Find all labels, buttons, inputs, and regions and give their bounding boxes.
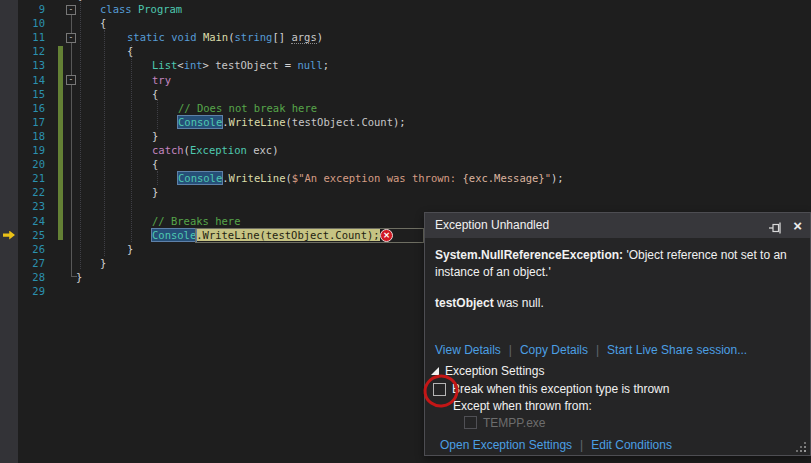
- code-text: {: [152, 157, 158, 171]
- token-kw: string: [235, 31, 273, 43]
- line-number[interactable]: 10: [18, 16, 45, 30]
- code-text: List<int> testObject = null;: [152, 58, 329, 72]
- line-number[interactable]: 27: [18, 256, 45, 270]
- code-text: // Breaks here: [152, 214, 241, 228]
- code-line-9[interactable]: 9class Program: [0, 2, 811, 16]
- token-pl: }: [152, 130, 158, 142]
- edit-conditions-link[interactable]: Edit Conditions: [591, 438, 672, 452]
- token-pl: }: [127, 243, 133, 255]
- line-number[interactable]: 9: [18, 2, 45, 16]
- module-checkbox[interactable]: [464, 416, 477, 429]
- token-ty: Program: [138, 3, 182, 15]
- token-ie: {exc.Message}: [463, 172, 545, 184]
- token-pl: {: [152, 88, 158, 100]
- line-number[interactable]: 28: [18, 270, 45, 284]
- token-pl: }: [152, 186, 158, 198]
- break-checkbox-label: Break when this exception type is thrown: [452, 382, 669, 396]
- code-text: Console.WriteLine(testObject.Count);: [178, 115, 406, 129]
- code-line-10[interactable]: 10{: [0, 16, 811, 30]
- code-text: }: [76, 270, 82, 284]
- line-number[interactable]: 23: [18, 199, 45, 213]
- fold-collapse-box[interactable]: -: [66, 5, 76, 15]
- code-line-16[interactable]: 16// Does not break here: [0, 101, 811, 115]
- copy-details-link[interactable]: Copy Details: [520, 343, 588, 357]
- fold-collapse-box[interactable]: -: [66, 75, 76, 85]
- token-cm: // Breaks here: [152, 215, 241, 227]
- pin-icon[interactable]: [768, 219, 783, 233]
- exception-type: System.NullReferenceException:: [435, 248, 623, 262]
- exception-note: testObject was null.: [435, 295, 800, 312]
- line-number[interactable]: 17: [18, 115, 45, 129]
- token-hlty: Console: [178, 116, 222, 128]
- token-pl: {: [100, 17, 106, 29]
- view-details-link[interactable]: View Details: [435, 343, 501, 357]
- line-number[interactable]: 13: [18, 58, 45, 72]
- code-line-20[interactable]: 20{: [0, 157, 811, 171]
- token-hlty: Console: [152, 229, 196, 241]
- code-text: static void Main(string[] args): [127, 30, 323, 44]
- resize-grip[interactable]: [794, 440, 806, 452]
- code-line-11[interactable]: 11static void Main(string[] args): [0, 30, 811, 44]
- line-number[interactable]: 24: [18, 214, 45, 228]
- token-pl: );: [393, 116, 406, 128]
- popup-titlebar[interactable]: Exception Unhandled ×: [425, 213, 810, 238]
- token-st: $"An exception was thrown:: [292, 172, 463, 184]
- except-when-label: Except when thrown from:: [435, 399, 800, 414]
- exception-settings-expander[interactable]: Exception Settings: [431, 364, 800, 378]
- token-pl: {: [76, 0, 82, 1]
- module-checkbox-row: TEMPP.exe: [435, 415, 800, 430]
- line-number[interactable]: 21: [18, 171, 45, 185]
- code-line-19[interactable]: 19catch(Exception exc): [0, 143, 811, 157]
- settings-links-row: Open Exception Settings | Edit Condition…: [440, 438, 800, 452]
- fold-collapse-box[interactable]: -: [66, 33, 76, 43]
- line-number[interactable]: 14: [18, 73, 45, 87]
- module-label: TEMPP.exe: [483, 416, 545, 430]
- token-arg: args: [291, 31, 316, 44]
- token-pl: }: [76, 271, 82, 283]
- code-text: class Program: [100, 2, 182, 16]
- line-number[interactable]: 19: [18, 143, 45, 157]
- line-number[interactable]: 22: [18, 185, 45, 199]
- code-line-18[interactable]: 18}: [0, 129, 811, 143]
- line-number[interactable]: 12: [18, 44, 45, 58]
- line-number[interactable]: 11: [18, 30, 45, 44]
- token-pl: {: [152, 158, 158, 170]
- break-checkbox[interactable]: [433, 383, 446, 396]
- token-kw: null: [297, 59, 322, 71]
- line-number[interactable]: 20: [18, 157, 45, 171]
- code-line-13[interactable]: 13List<int> testObject = null;: [0, 58, 811, 72]
- code-line-22[interactable]: 22}: [0, 185, 811, 199]
- error-icon[interactable]: ✕: [380, 229, 393, 242]
- line-number[interactable]: 18: [18, 129, 45, 143]
- close-icon[interactable]: ×: [793, 218, 802, 233]
- code-text: }: [152, 129, 158, 143]
- line-number[interactable]: 26: [18, 242, 45, 256]
- token-m: Main: [203, 31, 228, 43]
- token-m: WriteLine: [229, 172, 286, 184]
- line-number[interactable]: 25: [18, 228, 45, 242]
- token-pl: {: [127, 45, 133, 57]
- code-text: Console.WriteLine($"An exception was thr…: [178, 171, 564, 185]
- token-kw: void: [171, 31, 196, 43]
- code-line-15[interactable]: 15{: [0, 87, 811, 101]
- live-share-link[interactable]: Start Live Share session...: [607, 343, 747, 357]
- code-text: // Does not break here: [178, 101, 317, 115]
- token-ty: Exception: [190, 144, 247, 156]
- code-line-17[interactable]: 17Console.WriteLine(testObject.Count);: [0, 115, 811, 129]
- code-text: try: [152, 73, 171, 87]
- token-cm: // Does not break here: [178, 102, 317, 114]
- code-line-21[interactable]: 21Console.WriteLine($"An exception was t…: [0, 171, 811, 185]
- token-id: testObject: [215, 59, 278, 71]
- token-id: testObject: [292, 116, 355, 128]
- open-exception-settings-link[interactable]: Open Exception Settings: [440, 438, 572, 452]
- code-text: {: [152, 87, 158, 101]
- code-text: }: [152, 185, 158, 199]
- code-line-12[interactable]: 12{: [0, 44, 811, 58]
- line-number[interactable]: 16: [18, 101, 45, 115]
- token-pl: >: [203, 59, 216, 71]
- exception-message: System.NullReferenceException: 'Object r…: [435, 247, 800, 281]
- code-line-14[interactable]: 14try: [0, 73, 811, 87]
- line-number[interactable]: 15: [18, 87, 45, 101]
- line-number[interactable]: 29: [18, 284, 45, 298]
- token-hlty: Console: [178, 172, 222, 184]
